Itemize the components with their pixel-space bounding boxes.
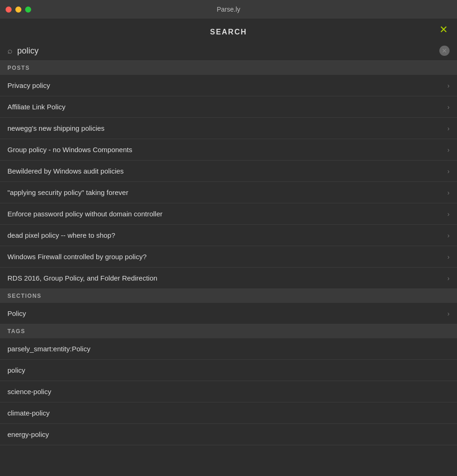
list-item[interactable]: newegg's new shipping policies › <box>0 118 457 139</box>
close-traffic-light[interactable] <box>6 7 12 13</box>
chevron-right-icon: › <box>447 232 450 239</box>
list-item[interactable]: climate-policy <box>0 402 457 424</box>
posts-section-header: POSTS <box>0 61 457 75</box>
sections-list: Policy › <box>0 303 457 324</box>
chevron-right-icon: › <box>447 146 450 154</box>
list-item[interactable]: policy <box>0 360 457 381</box>
chevron-right-icon: › <box>447 210 450 218</box>
list-item[interactable]: dead pixel policy -- where to shop? › <box>0 225 457 246</box>
list-item[interactable]: Enforce password policy without domain c… <box>0 203 457 225</box>
search-input[interactable] <box>17 46 439 56</box>
chevron-right-icon: › <box>447 125 450 132</box>
list-item[interactable]: energy-policy <box>0 424 457 445</box>
search-title: SEARCH <box>210 28 247 36</box>
list-item[interactable]: Group policy - no Windows Components › <box>0 139 457 161</box>
window-title: Parse.ly <box>217 6 240 13</box>
chevron-right-icon: › <box>447 189 450 196</box>
chevron-right-icon: › <box>447 253 450 261</box>
traffic-lights <box>6 7 31 13</box>
posts-list: Privacy policy › Affiliate Link Policy ›… <box>0 75 457 289</box>
sections-section-header: SECTIONS <box>0 289 457 303</box>
chevron-right-icon: › <box>447 275 450 282</box>
tags-list: parsely_smart:entity:Policy policy scien… <box>0 338 457 445</box>
list-item[interactable]: Windows Firewall controlled by group pol… <box>0 246 457 268</box>
chevron-right-icon: › <box>447 168 450 175</box>
search-icon: ⌕ <box>7 46 13 56</box>
title-bar: Parse.ly <box>0 0 457 19</box>
clear-search-icon[interactable]: ✕ <box>439 46 450 56</box>
list-item[interactable]: "applying security policy" taking foreve… <box>0 182 457 203</box>
chevron-right-icon: › <box>447 310 450 317</box>
minimize-traffic-light[interactable] <box>15 7 21 13</box>
tags-section-header: TAGS <box>0 324 457 338</box>
list-item[interactable]: Bewildered by Windows audit policies › <box>0 161 457 182</box>
list-item[interactable]: Privacy policy › <box>0 75 457 96</box>
list-item[interactable]: RDS 2016, Group Policy, and Folder Redir… <box>0 268 457 289</box>
maximize-traffic-light[interactable] <box>25 7 31 13</box>
list-item[interactable]: Affiliate Link Policy › <box>0 96 457 118</box>
close-search-button[interactable]: ✕ <box>439 25 448 35</box>
list-item[interactable]: science-policy <box>0 381 457 402</box>
chevron-right-icon: › <box>447 103 450 111</box>
chevron-right-icon: › <box>447 82 450 89</box>
search-input-area: ⌕ ✕ <box>0 41 457 61</box>
list-item[interactable]: Policy › <box>0 303 457 324</box>
list-item[interactable]: parsely_smart:entity:Policy <box>0 338 457 360</box>
search-header: SEARCH ✕ <box>0 19 457 41</box>
